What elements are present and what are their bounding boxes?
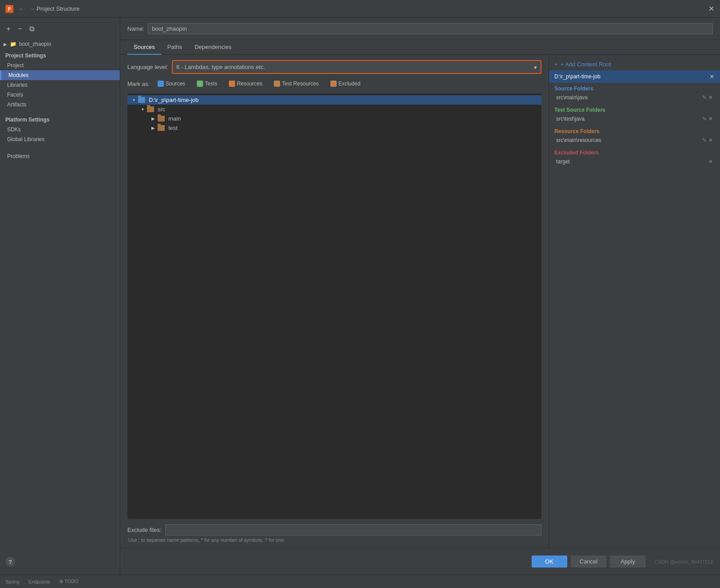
sidebar-item-problems[interactable]: Problems <box>0 151 120 161</box>
sidebar-item-project[interactable]: Project <box>0 61 120 70</box>
mark-as-tests-button[interactable]: Tests <box>193 79 221 88</box>
tree-arrow-main: ▶ <box>151 116 156 122</box>
test-resources-icon <box>274 81 280 87</box>
sidebar-item-facets[interactable]: Facets <box>0 90 120 100</box>
file-tree[interactable]: ▾ D:\r_p\part-time-job ▾ src ▶ ma <box>127 93 541 519</box>
left-content: Language level: 8 - Lambdas, type annota… <box>120 55 549 548</box>
language-level-select[interactable]: 8 - Lambdas, type annotations etc. 9 - M… <box>173 61 541 73</box>
source-folder-entry-0: src\main\java ✎ ✕ <box>554 93 715 101</box>
titlebar: P ← → Project Structure ✕ <box>0 0 720 18</box>
tree-arrow-root: ▾ <box>131 97 136 103</box>
mark-as-excluded-label: Excluded <box>338 81 360 87</box>
nav-back-button[interactable]: ← <box>17 4 26 13</box>
mark-as-sources-label: Sources <box>166 81 185 87</box>
mark-as-row: Mark as: Sources Tests Resources <box>127 79 541 88</box>
exclude-files-label: Exclude files: <box>127 527 162 533</box>
tests-icon <box>197 81 203 87</box>
src-label: src <box>158 106 165 113</box>
sidebar-item-modules[interactable]: Modules <box>0 70 120 80</box>
status-spring[interactable]: Spring <box>5 579 20 584</box>
language-level-label: Language level: <box>127 64 168 70</box>
sources-icon <box>158 81 164 87</box>
nav-arrows: ← → <box>17 4 37 13</box>
content-area: Language level: 8 - Lambdas, type annota… <box>120 55 720 548</box>
close-button[interactable]: ✕ <box>708 5 715 12</box>
source-folder-remove-button[interactable]: ✕ <box>708 94 713 101</box>
sidebar-item-global-libraries[interactable]: Global Libraries <box>0 134 120 144</box>
sidebar-item-sdks[interactable]: SDKs <box>0 125 120 134</box>
test-source-folder-entry-0: src\test\java ✎ ✕ <box>554 115 715 123</box>
mark-as-sources-button[interactable]: Sources <box>154 79 189 88</box>
app-icon: P <box>5 5 13 13</box>
watermark: CSDN @weixin_46437112 <box>655 559 713 564</box>
help-button[interactable]: ? <box>5 557 15 567</box>
source-folder-actions: ✎ ✕ <box>702 94 713 101</box>
module-tree-item[interactable]: ▶ 📁 boot_zhaopin <box>0 39 120 49</box>
project-settings-title: Project Settings <box>0 49 120 61</box>
main-label: main <box>168 115 181 122</box>
add-icon: + <box>554 61 558 68</box>
tree-item-test[interactable]: ▶ test <box>127 123 541 133</box>
resource-folder-remove-button[interactable]: ✕ <box>708 137 713 143</box>
mark-as-resources-button[interactable]: Resources <box>225 79 266 88</box>
excluded-folder-remove-button[interactable]: ✕ <box>708 158 713 165</box>
content-root-panel: + + Add Content Root D:\r_p\part-time-jo… <box>549 55 720 548</box>
add-content-root-button[interactable]: + + Add Content Root <box>549 58 720 70</box>
test-source-folders-section: Test Source Folders src\test\java ✎ ✕ <box>549 104 720 126</box>
platform-settings-title: Platform Settings <box>0 113 120 125</box>
nav-forward-button[interactable]: → <box>28 4 37 13</box>
test-source-folder-remove-button[interactable]: ✕ <box>708 116 713 122</box>
sidebar: + − ⧉ ▶ 📁 boot_zhaopin Project Settings … <box>0 18 120 575</box>
tree-arrow-test: ▶ <box>151 126 156 131</box>
name-input[interactable] <box>148 23 713 34</box>
tree-item-main[interactable]: ▶ main <box>127 114 541 123</box>
copy-module-button[interactable]: ⧉ <box>27 24 37 34</box>
status-todo[interactable]: ⊕ TODO <box>59 579 78 584</box>
status-bar: Spring Endpoints ⊕ TODO <box>0 575 720 588</box>
tab-paths[interactable]: Paths <box>161 40 188 55</box>
window-title: Project Structure <box>37 5 708 12</box>
sidebar-item-artifacts[interactable]: Artifacts <box>0 100 120 109</box>
test-label: test <box>168 125 178 131</box>
tree-item-root[interactable]: ▾ D:\r_p\part-time-job <box>127 95 541 105</box>
add-content-root-label: + Add Content Root <box>561 61 611 68</box>
mark-as-excluded-button[interactable]: Excluded <box>327 79 364 88</box>
mark-as-tests-label: Tests <box>205 81 217 87</box>
tree-item-src[interactable]: ▾ src <box>127 105 541 114</box>
apply-button[interactable]: Apply <box>610 556 646 568</box>
right-panel: Name: Sources Paths Dependencies Languag… <box>120 18 720 575</box>
module-name-label: boot_zhaopin <box>19 41 51 47</box>
source-folder-edit-button[interactable]: ✎ <box>702 94 707 101</box>
test-source-folder-edit-button[interactable]: ✎ <box>702 116 707 122</box>
test-folder-icon <box>158 125 165 131</box>
resource-folder-edit-button[interactable]: ✎ <box>702 137 707 143</box>
mark-as-test-resources-button[interactable]: Test Resources <box>270 79 322 88</box>
resource-folders-title: Resource Folders <box>554 128 715 134</box>
resource-folder-actions: ✎ ✕ <box>702 137 713 143</box>
footer: OK Cancel Apply CSDN @weixin_46437112 <box>120 548 720 575</box>
src-folder-icon <box>147 106 154 112</box>
excluded-folder-actions: ✕ <box>708 158 713 165</box>
exclude-files-input[interactable] <box>165 524 541 535</box>
project-structure-window: P ← → Project Structure ✕ + − ⧉ ▶ 📁 boot… <box>0 0 720 588</box>
tab-sources[interactable]: Sources <box>127 40 161 55</box>
language-level-select-wrapper: 8 - Lambdas, type annotations etc. 9 - M… <box>172 60 541 74</box>
remove-module-button[interactable]: − <box>15 24 25 34</box>
resource-folder-path-0: src\main\resources <box>556 137 601 143</box>
sidebar-item-libraries[interactable]: Libraries <box>0 80 120 90</box>
content-root-close-button[interactable]: ✕ <box>709 73 715 80</box>
test-source-folders-title: Test Source Folders <box>554 107 715 113</box>
tab-dependencies[interactable]: Dependencies <box>188 40 238 55</box>
source-folders-title: Source Folders <box>554 85 715 92</box>
status-endpoints[interactable]: Endpoints <box>28 579 50 584</box>
sidebar-toolbar: + − ⧉ <box>0 22 120 36</box>
tabs-bar: Sources Paths Dependencies <box>120 40 720 55</box>
ok-button[interactable]: OK <box>532 556 567 568</box>
excluded-folders-section: Excluded Folders target ✕ <box>549 147 720 168</box>
module-folder-icon: 📁 <box>10 41 16 47</box>
add-module-button[interactable]: + <box>4 24 13 34</box>
cancel-button[interactable]: Cancel <box>571 556 606 568</box>
name-label: Name: <box>127 25 144 32</box>
main-content: + − ⧉ ▶ 📁 boot_zhaopin Project Settings … <box>0 18 720 575</box>
excluded-folders-title: Excluded Folders <box>554 150 715 156</box>
